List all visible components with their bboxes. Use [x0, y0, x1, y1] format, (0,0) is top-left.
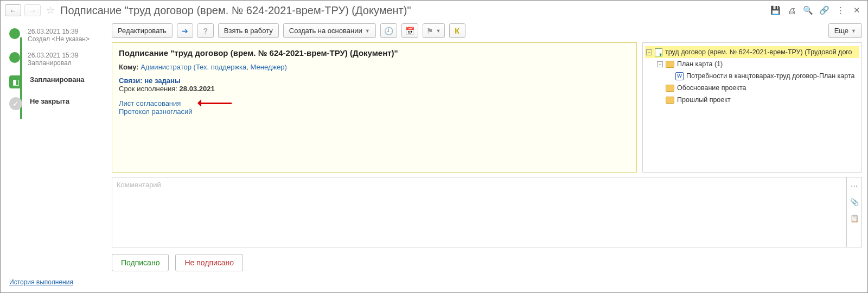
timeline-item-planned-by: 26.03.2021 15:39 Запланировал — [9, 52, 112, 67]
help-button[interactable]: ? — [197, 23, 214, 38]
tree-root-label: труд договор (врем. № 624-2021-врем-ТРУ)… — [665, 48, 852, 56]
page-title: Подписание "труд договор (врем. № 624-20… — [60, 4, 765, 17]
annotation-arrow-icon — [194, 100, 232, 106]
tree-label: Обоснование проекта — [677, 84, 746, 92]
timeline-label: Не закрыта — [30, 97, 69, 105]
main-area: Редактировать ➔ ? Взять в работу Создать… — [112, 20, 867, 292]
timeline-label: Запланировал — [28, 59, 78, 67]
tree-folder[interactable]: Обоснование проекта — [645, 82, 859, 94]
chevron-down-icon: ▼ — [365, 28, 370, 34]
forward-button[interactable]: ➔ — [177, 23, 193, 38]
flag-button[interactable]: ⚑▼ — [423, 23, 445, 38]
k-button[interactable]: К — [449, 23, 465, 38]
chevron-down-icon: ▼ — [436, 28, 441, 34]
close-icon[interactable]: ✕ — [851, 4, 863, 16]
take-to-work-button[interactable]: Взять в работу — [218, 23, 279, 38]
window-header: ← → ☆ Подписание "труд договор (врем. № … — [1, 1, 867, 20]
timeline-label: Запланирована — [30, 75, 85, 84]
action-bar: Подписано Не подписано — [112, 247, 862, 278]
print-icon[interactable]: 🖨 — [786, 4, 797, 16]
recipient-label: Кому: — [119, 63, 139, 71]
more-label: Еще — [834, 27, 848, 35]
more-button[interactable]: Еще▼ — [828, 23, 862, 38]
status-dot-icon — [9, 52, 20, 63]
tree-document[interactable]: W Потребности в канцтоварах-труд договор… — [645, 70, 859, 82]
status-dot-icon — [9, 28, 20, 39]
collapse-icon[interactable]: − — [646, 49, 652, 55]
status-current-icon: ◧ — [9, 75, 22, 88]
disagreement-protocol-link[interactable]: Протокол разногласий — [119, 107, 630, 116]
link-icon[interactable]: 🔗 — [818, 4, 830, 16]
word-doc-icon: W — [675, 72, 684, 80]
due-date-label: Срок исполнения: — [119, 85, 177, 93]
calendar-button[interactable]: 📅 — [401, 23, 418, 38]
task-info-panel: Подписание "труд договор (врем. № 624-20… — [112, 42, 637, 173]
attach-icon[interactable]: 📎 — [850, 194, 859, 210]
create-based-on-label: Создать на основании — [289, 27, 362, 35]
favorite-star-icon[interactable]: ☆ — [46, 4, 55, 16]
more-dots-icon[interactable]: ⋯ — [851, 177, 858, 194]
collapse-icon[interactable]: − — [657, 61, 663, 67]
tree-root[interactable]: − труд договор (врем. № 624-2021-врем-ТР… — [645, 46, 859, 58]
folder-icon — [666, 85, 674, 92]
calendar-plus-icon: 📅 — [405, 27, 414, 35]
approval-sheet-link[interactable]: Лист согласования — [119, 99, 181, 107]
nav-back-button[interactable]: ← — [5, 4, 21, 16]
history-clock-button[interactable]: 🕘 — [380, 23, 397, 38]
folder-icon — [666, 97, 674, 104]
task-heading: Подписание "труд договор (врем. № 624-20… — [119, 48, 630, 58]
timeline-date: 26.03.2021 15:39 — [28, 28, 90, 35]
timeline-item-created: 26.03.2021 15:39 Создал <Не указан> — [9, 28, 112, 43]
clock-icon: 🕘 — [384, 27, 393, 35]
timeline-item-planned: ◧ Запланирована — [9, 75, 112, 88]
tree-label: Прошлый проект — [677, 96, 731, 104]
save-icon[interactable]: 💾 — [769, 4, 781, 16]
preview-icon[interactable]: 🔍 — [802, 4, 814, 16]
kebab-menu-icon[interactable]: ⋮ — [834, 4, 846, 16]
comment-tools: ⋯ 📎 📋 — [847, 177, 862, 247]
timeline-date: 26.03.2021 15:39 — [28, 52, 78, 59]
create-based-on-button[interactable]: Создать на основании▼ — [283, 23, 376, 38]
comment-input[interactable]: Комментарий — [112, 177, 847, 247]
arrow-right-icon: ➔ — [182, 27, 188, 35]
documents-tree: − труд договор (врем. № 624-2021-врем-ТР… — [642, 42, 862, 173]
folder-icon — [666, 61, 674, 68]
recipient-link[interactable]: Администратор (Тех. поддержка, Менеджер) — [141, 63, 287, 71]
edit-button[interactable]: Редактировать — [112, 23, 173, 38]
timeline-label: Создал <Не указан> — [28, 35, 90, 43]
flag-icon: ⚑ — [426, 27, 433, 35]
not-signed-button[interactable]: Не подписано — [175, 254, 243, 271]
status-pending-icon: ✓ — [9, 97, 22, 110]
relations-label: Связи: не заданы — [119, 77, 630, 85]
tree-label: План карта (1) — [677, 60, 723, 68]
tree-folder[interactable]: Прошлый проект — [645, 94, 859, 106]
comment-area: Комментарий ⋯ 📎 📋 — [112, 177, 862, 247]
due-date-value: 28.03.2021 — [180, 85, 215, 93]
stamp-icon[interactable]: 📋 — [850, 210, 859, 226]
toolbar: Редактировать ➔ ? Взять в работу Создать… — [112, 20, 862, 42]
question-icon: ? — [203, 27, 208, 35]
document-icon — [655, 48, 662, 56]
timeline-item-not-closed: ✓ Не закрыта — [9, 97, 112, 110]
signed-button[interactable]: Подписано — [112, 254, 169, 271]
tree-label: Потребности в канцтоварах-труд договор-П… — [686, 72, 854, 80]
chevron-down-icon: ▼ — [851, 28, 856, 34]
execution-history-link[interactable]: История выполнения — [9, 278, 73, 286]
status-timeline: 26.03.2021 15:39 Создал <Не указан> 26.0… — [1, 20, 112, 292]
nav-forward-button[interactable]: → — [24, 4, 41, 16]
tree-folder[interactable]: − План карта (1) — [645, 58, 859, 70]
